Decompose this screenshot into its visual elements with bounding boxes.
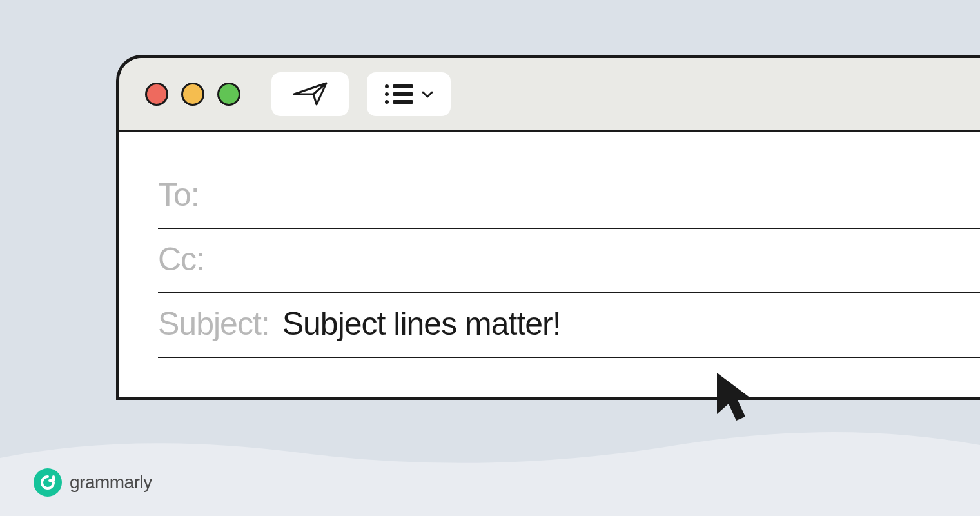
subject-value: Subject lines matter! (282, 305, 561, 342)
cc-label: Cc: (158, 241, 204, 278)
svg-point-4 (385, 100, 389, 104)
list-icon (384, 83, 413, 106)
svg-point-2 (385, 92, 389, 96)
email-compose-window: To: Cc: Subject: Subject lines matter! (116, 55, 980, 400)
svg-rect-1 (393, 84, 413, 88)
to-label: To: (158, 176, 199, 213)
subject-label: Subject: (158, 305, 270, 342)
cc-field-row[interactable]: Cc: (158, 229, 980, 293)
subject-field-row[interactable]: Subject: Subject lines matter! (158, 293, 980, 358)
svg-point-0 (385, 84, 389, 88)
close-button[interactable] (145, 83, 168, 106)
to-field-row[interactable]: To: (158, 164, 980, 229)
brand-logo-area: grammarly (34, 468, 152, 497)
email-form: To: Cc: Subject: Subject lines matter! (119, 132, 980, 397)
window-titlebar (119, 58, 980, 132)
cursor-icon (709, 368, 764, 429)
svg-rect-5 (393, 100, 413, 104)
send-button[interactable] (271, 72, 349, 116)
minimize-button[interactable] (181, 83, 204, 106)
paper-plane-icon (291, 80, 329, 108)
brand-name: grammarly (70, 472, 152, 493)
window-controls (145, 83, 240, 106)
grammarly-logo-icon (34, 468, 62, 497)
svg-rect-3 (393, 92, 413, 96)
decorative-wave (0, 419, 980, 516)
chevron-down-icon (421, 90, 434, 99)
maximize-button[interactable] (217, 83, 240, 106)
format-list-button[interactable] (367, 72, 451, 116)
